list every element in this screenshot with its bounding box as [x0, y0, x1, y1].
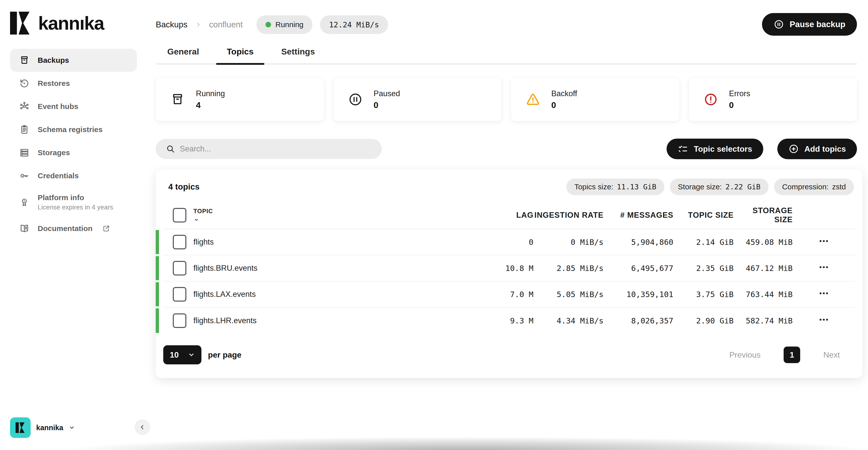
sort-chevron-down-icon[interactable] — [193, 217, 199, 223]
page-size-value: 10 — [170, 350, 179, 360]
row-actions-ellipsis-icon[interactable] — [818, 262, 829, 273]
table-body: flights 0 0 MiB/s 5,904,860 2.14 GiB 459… — [163, 229, 855, 334]
column-header-storage-size[interactable]: Storage size — [734, 206, 793, 224]
archive-icon — [170, 92, 185, 107]
sidebar-item-label: Backups — [38, 56, 69, 65]
server-icon — [19, 148, 30, 158]
badge-value: 11.13 GiB — [617, 183, 656, 191]
card-value: 0 — [551, 100, 577, 110]
tab-general[interactable]: General — [157, 42, 210, 65]
sidebar-item-event-hubs[interactable]: Event hubs — [10, 95, 137, 118]
book-icon — [19, 223, 30, 234]
badge-label: Storage size: — [678, 183, 722, 191]
throughput-badge: 12.24 MiB/s — [320, 15, 388, 34]
column-header-ingestion-rate[interactable]: Ingestion rate — [533, 211, 603, 220]
ingestion-rate-value: 5.05 MiB/s — [533, 290, 603, 299]
warning-triangle-icon — [526, 92, 540, 107]
table-row: flights.LHR.events 9.3 M 4.34 MiB/s 8,02… — [163, 308, 855, 334]
chevron-down-icon — [69, 425, 75, 431]
previous-page-button[interactable]: Previous — [730, 350, 761, 360]
row-actions-ellipsis-icon[interactable] — [818, 314, 829, 325]
compression-badge: Compression: zstd — [774, 179, 854, 195]
select-all-checkbox[interactable] — [173, 208, 186, 223]
column-header-lag[interactable]: Lag — [496, 211, 533, 220]
topics-count: 4 topics — [168, 182, 200, 192]
plus-circle-icon — [788, 143, 799, 154]
row-actions-ellipsis-icon[interactable] — [818, 235, 829, 247]
lag-value: 0 — [496, 237, 533, 247]
add-topics-button[interactable]: Add topics — [777, 139, 857, 159]
search-input[interactable] — [180, 144, 355, 154]
status-dot-icon — [266, 22, 271, 27]
topic-selectors-button[interactable]: Topic selectors — [666, 139, 763, 159]
topic-status-bar — [156, 256, 159, 280]
award-icon — [19, 197, 30, 207]
sidebar-item-documentation[interactable]: Documentation — [10, 217, 137, 240]
topic-status-bar — [156, 309, 159, 333]
table-header: Topic Lag Ingestion rate # Messages Topi… — [163, 202, 855, 229]
column-header-topic-size[interactable]: Topic size — [673, 211, 734, 220]
topics-toolbar: Topic selectors Add topics — [156, 139, 857, 159]
ingestion-rate-value: 0 MiB/s — [533, 237, 603, 247]
page-size-select[interactable]: 10 — [163, 345, 202, 364]
sidebar-item-credentials[interactable]: Credentials — [10, 164, 137, 187]
badge-label: Topics size: — [575, 183, 613, 191]
sidebar-item-label: Documentation — [38, 224, 92, 233]
row-checkbox[interactable] — [173, 261, 186, 276]
user-menu[interactable]: kannika — [10, 417, 75, 438]
pause-backup-button[interactable]: Pause backup — [762, 13, 857, 36]
current-page-button[interactable]: 1 — [784, 347, 800, 363]
sidebar-item-restores[interactable]: Restores — [10, 72, 137, 95]
row-checkbox[interactable] — [173, 287, 186, 301]
topic-name[interactable]: flights.LHR.events — [193, 316, 496, 325]
pause-circle-icon — [774, 19, 784, 30]
sidebar-item-backups[interactable]: Backups — [10, 49, 137, 72]
sidebar-item-label: Event hubs — [38, 102, 79, 111]
license-status-text: License expires in 4 years — [38, 203, 113, 211]
tab-settings[interactable]: Settings — [271, 42, 326, 65]
hub-icon — [19, 101, 30, 112]
topic-size-value: 3.75 GiB — [673, 290, 734, 299]
user-name: kannika — [36, 424, 63, 432]
row-checkbox[interactable] — [173, 235, 186, 249]
brand-logo: kannıka — [10, 10, 137, 36]
sidebar-item-platform-info[interactable]: Platform info License expires in 4 years — [10, 187, 137, 217]
row-actions-ellipsis-icon[interactable] — [818, 288, 829, 299]
search-box[interactable] — [156, 139, 382, 159]
card-running: Running 4 — [156, 78, 324, 121]
card-paused: Paused 0 — [334, 78, 502, 121]
next-page-button[interactable]: Next — [823, 350, 840, 360]
topic-name[interactable]: flights.LAX.events — [193, 290, 496, 299]
status-cards: Running 4 Paused 0 Backoff 0 Errors 0 — [156, 78, 857, 121]
sidebar-collapse-button[interactable] — [135, 419, 150, 435]
sidebar-item-label: Credentials — [38, 171, 79, 180]
messages-value: 8,026,357 — [603, 316, 673, 325]
column-header-topic[interactable]: Topic — [193, 208, 496, 215]
column-header-messages[interactable]: # Messages — [603, 211, 673, 220]
card-label: Paused — [374, 89, 400, 98]
storage-size-value: 467.12 MiB — [734, 264, 793, 273]
breadcrumb-root[interactable]: Backups — [156, 20, 188, 29]
row-checkbox[interactable] — [173, 313, 186, 328]
sidebar-item-storages[interactable]: Storages — [10, 141, 137, 164]
search-icon — [166, 144, 175, 154]
storage-size-value: 459.08 MiB — [734, 237, 793, 247]
topic-name[interactable]: flights — [193, 237, 496, 247]
key-icon — [19, 170, 30, 181]
chevron-right-icon — [195, 21, 202, 28]
card-errors: Errors 0 — [689, 78, 857, 121]
error-circle-icon — [704, 92, 718, 107]
user-avatar — [10, 417, 31, 438]
add-topics-label: Add topics — [804, 144, 846, 154]
tab-topics[interactable]: Topics — [216, 42, 264, 65]
chevron-left-icon — [139, 424, 146, 430]
topic-name[interactable]: flights.BRU.events — [193, 264, 496, 273]
lag-value: 9.3 M — [496, 316, 533, 325]
topic-status-bar — [156, 282, 159, 307]
sidebar-item-schema-registries[interactable]: Schema registries — [10, 118, 137, 141]
kannika-k-icon — [10, 11, 31, 35]
lag-value: 7.0 M — [496, 290, 533, 299]
tab-bar: General Topics Settings — [156, 42, 857, 65]
history-icon — [19, 78, 30, 89]
topic-size-value: 2.90 GiB — [673, 316, 734, 325]
